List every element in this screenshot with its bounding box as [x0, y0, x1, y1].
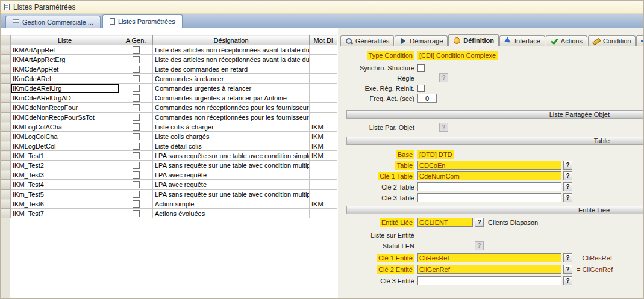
cle1-entite-input[interactable] [417, 253, 561, 262]
cell-liste[interactable]: IKM_Test4 [11, 180, 119, 190]
row-selector[interactable] [1, 64, 11, 74]
a-gen-checkbox[interactable] [133, 123, 140, 131]
cell-liste[interactable]: IKMLogColACha [11, 122, 119, 132]
a-gen-checkbox[interactable] [133, 75, 140, 82]
cell-liste[interactable]: IKMCdeNonRecpFour [11, 103, 119, 113]
cell-designation[interactable]: LPA sans requête sur une table avec cond… [153, 151, 310, 161]
cle3-entite-input[interactable] [417, 276, 561, 285]
a-gen-checkbox[interactable] [133, 66, 140, 73]
cell-liste[interactable]: IKM_Test7 [11, 209, 119, 218]
a-gen-checkbox[interactable] [133, 46, 140, 54]
cle1-table-help-button[interactable]: ? [563, 171, 572, 180]
cell-liste[interactable]: IKM_Test3 [11, 170, 119, 180]
form-tab-demarrage[interactable]: Démarrage [395, 35, 448, 46]
cell-liste[interactable]: IKmCdeARelUrgAD [11, 93, 119, 103]
cell-liste[interactable]: IKMArtAppRet [11, 45, 119, 55]
cell-designation[interactable]: LPA avec requête [153, 180, 310, 190]
cell-liste[interactable]: IKm_Test5 [11, 190, 119, 199]
cell-mot-directeur[interactable] [310, 113, 337, 122]
cell-mot-directeur[interactable] [310, 84, 337, 93]
cle3-table-input[interactable] [417, 193, 561, 202]
cell-mot-directeur[interactable] [310, 170, 337, 180]
row-selector[interactable] [1, 84, 11, 93]
cle2-table-help-button[interactable]: ? [563, 182, 572, 191]
cell-designation[interactable]: Liste des commandes en retard [153, 64, 310, 74]
cell-mot-directeur[interactable] [310, 55, 337, 64]
table-row[interactable]: IKMCdeNonRecpFour Commandes non réceptio… [1, 103, 337, 113]
a-gen-checkbox[interactable] [133, 171, 140, 179]
cell-designation[interactable]: Liste détail colis [153, 141, 310, 151]
cell-mot-directeur[interactable] [310, 64, 337, 74]
a-gen-checkbox[interactable] [133, 114, 140, 121]
table-input[interactable] [417, 161, 561, 170]
cell-designation[interactable]: Commandes à relancer [153, 74, 310, 84]
cell-mot-directeur[interactable] [310, 45, 337, 55]
table-row[interactable]: IKMLogColCha Liste colis chargés IKM [1, 132, 337, 141]
row-selector[interactable] [1, 190, 11, 199]
cell-mot-directeur[interactable] [310, 93, 337, 103]
tab-gestion-commerciale[interactable]: Gestion Commerciale ... [5, 16, 101, 28]
cell-designation[interactable]: LPA sans requête sur une table avec cond… [153, 161, 310, 170]
table-row[interactable]: IKMLogDetCol Liste détail colis IKM [1, 141, 337, 151]
a-gen-checkbox[interactable] [133, 133, 140, 140]
table-row[interactable]: IKMCdeAppRet Liste des commandes en reta… [1, 64, 337, 74]
cell-mot-directeur[interactable]: IKM [310, 151, 337, 161]
table-row[interactable]: IKmCdeARelUrg Commandes urgentes à relan… [1, 84, 337, 93]
row-selector[interactable] [1, 55, 11, 64]
cell-designation[interactable]: Commandes urgentes à relancer [153, 84, 310, 93]
form-tab-definition[interactable]: Définition [448, 34, 499, 46]
cell-mot-directeur[interactable] [310, 74, 337, 84]
cell-mot-directeur[interactable] [310, 180, 337, 190]
table-row[interactable]: IKMCdeNonRecpFourSsTot Commandes non réc… [1, 113, 337, 122]
cell-designation[interactable]: Liste des articles non réceptionnées ava… [153, 55, 310, 64]
column-header-designation[interactable]: Désignation [153, 35, 310, 45]
cle2-table-input[interactable] [417, 182, 561, 191]
cell-mot-directeur[interactable]: IKM [310, 132, 337, 141]
form-tab-condition[interactable]: Condition [588, 35, 636, 46]
a-gen-checkbox[interactable] [133, 104, 140, 111]
table-row[interactable]: IKmCdeARelUrgAD Commandes urgentes à rel… [1, 93, 337, 103]
cell-designation[interactable]: Commandes urgentes à relancer par Antoin… [153, 93, 310, 103]
a-gen-checkbox[interactable] [133, 56, 140, 63]
tab-listes-parametrees[interactable]: Listes Paramétrées [102, 14, 183, 28]
row-selector[interactable] [1, 151, 11, 161]
row-selector[interactable] [1, 161, 11, 170]
cell-mot-directeur[interactable] [310, 190, 337, 199]
column-header-a-gen[interactable]: A Gen. [119, 35, 153, 45]
cell-mot-directeur[interactable]: IKM [310, 199, 337, 209]
cell-designation[interactable]: Actions évoluées [153, 209, 310, 218]
a-gen-checkbox[interactable] [133, 162, 140, 169]
table-row[interactable]: IKM_Test7 Actions évoluées [1, 209, 337, 218]
entite-liee-help-button[interactable]: ? [475, 218, 484, 227]
cell-designation[interactable]: Liste colis à charger [153, 122, 310, 132]
row-selector[interactable] [1, 122, 11, 132]
cell-designation[interactable]: LPA sans requête sur une table avec cond… [153, 190, 310, 199]
table-row[interactable]: IKM_Test6 Action simple IKM [1, 199, 337, 209]
a-gen-checkbox[interactable] [133, 85, 140, 92]
row-selector[interactable] [1, 170, 11, 180]
cell-liste[interactable]: IKmCdeARel [11, 74, 119, 84]
cell-liste[interactable]: IKmCdeARelUrg [11, 84, 119, 93]
row-selector[interactable] [1, 113, 11, 122]
a-gen-checkbox[interactable] [133, 210, 140, 217]
cle2-entite-input[interactable] [417, 265, 561, 274]
cell-mot-directeur[interactable]: IKM [310, 122, 337, 132]
table-row[interactable]: IKm_Test5 LPA sans requête sur une table… [1, 190, 337, 199]
cle3-entite-help-button[interactable]: ? [563, 276, 572, 285]
type-condition-value[interactable]: [CDI] Condition Complexe [417, 51, 498, 60]
entite-liee-input[interactable] [417, 218, 473, 227]
freq-act-input[interactable] [417, 94, 437, 103]
corner-cell[interactable] [1, 35, 11, 45]
row-selector[interactable] [1, 93, 11, 103]
form-tab-actions[interactable]: Actions [546, 35, 587, 46]
cell-designation[interactable]: Commandes non réceptionnées pour les fou… [153, 113, 310, 122]
cell-mot-directeur[interactable] [310, 161, 337, 170]
exe-reg-reinit-checkbox[interactable] [417, 85, 425, 92]
cell-designation[interactable]: Commandes non réceptionnées pour les fou… [153, 103, 310, 113]
table-row[interactable]: IKMArtAppRet Liste des articles non réce… [1, 45, 337, 55]
row-selector[interactable] [1, 132, 11, 141]
row-selector[interactable] [1, 45, 11, 55]
cell-designation[interactable]: Liste colis chargés [153, 132, 310, 141]
table-row[interactable]: IKmCdeARel Commandes à relancer [1, 74, 337, 84]
cle2-entite-help-button[interactable]: ? [563, 265, 572, 274]
